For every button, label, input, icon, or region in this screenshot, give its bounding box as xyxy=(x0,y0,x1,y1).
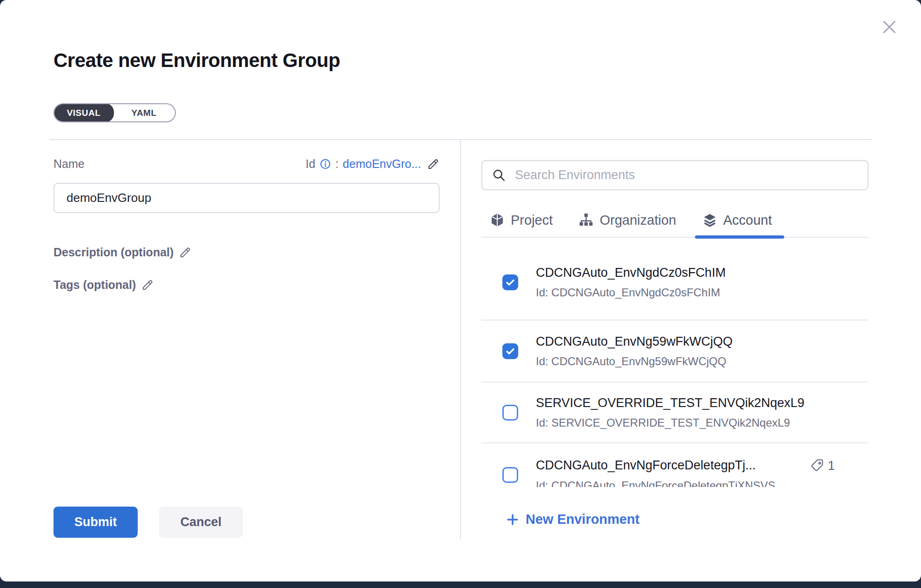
checkbox-unchecked[interactable] xyxy=(502,467,518,483)
environment-id: Id: CDCNGAuto_EnvNgdCz0sFChIM xyxy=(536,286,868,299)
environment-list-item: SERVICE_OVERRIDE_TEST_ENVQik2NqexL9Id: S… xyxy=(481,382,868,443)
close-icon[interactable] xyxy=(880,18,899,36)
environment-name: CDCNGAuto_EnvNg59wFkWCjQQ xyxy=(536,334,733,349)
tag-count-badge: 1 xyxy=(810,458,835,473)
checkbox-unchecked[interactable] xyxy=(502,405,518,421)
search-icon xyxy=(492,168,507,183)
scope-tabs: ProjectOrganizationAccount xyxy=(481,203,868,238)
visual-yaml-toggle: VISUAL YAML xyxy=(53,103,176,122)
tags-label: Tags (optional) xyxy=(53,278,136,292)
id-group: Id : demoEnvGro... xyxy=(306,157,440,171)
environment-id: Id: CDCNGAuto_EnvNg59wFkWCjQQ xyxy=(536,355,868,368)
name-row: Name Id : demoEnvGro... xyxy=(53,157,440,171)
info-icon[interactable] xyxy=(320,158,331,170)
tag-icon xyxy=(810,459,824,473)
environment-list-item: CDCNGAuto_EnvNgForceDeletegpTj...1Id: CD… xyxy=(481,443,868,487)
id-value-link[interactable]: demoEnvGro... xyxy=(343,157,421,171)
tab-label: Account xyxy=(723,213,772,228)
environment-id: Id: SERVICE_OVERRIDE_TEST_ENVQik2NqexL9 xyxy=(536,416,868,429)
name-input[interactable] xyxy=(53,183,440,213)
checkbox-checked[interactable] xyxy=(502,343,518,359)
toggle-yaml[interactable]: YAML xyxy=(113,104,175,121)
description-label: Description (optional) xyxy=(53,246,174,259)
submit-button[interactable]: Submit xyxy=(53,507,138,538)
active-tab-underline xyxy=(695,235,784,239)
id-label: Id xyxy=(306,157,315,171)
plus-icon xyxy=(506,513,520,527)
page-title: Create new Environment Group xyxy=(53,49,340,72)
tag-count: 1 xyxy=(828,458,835,473)
create-environment-group-dialog: Create new Environment Group VISUAL YAML… xyxy=(0,0,921,581)
edit-description-icon[interactable] xyxy=(179,246,192,259)
new-environment-label: New Environment xyxy=(526,512,640,527)
layers-icon xyxy=(702,213,717,227)
tab-label: Organization xyxy=(600,213,676,228)
name-label: Name xyxy=(53,157,85,171)
edit-id-icon[interactable] xyxy=(427,158,440,170)
cancel-button[interactable]: Cancel xyxy=(159,507,243,538)
environment-list: CDCNGAuto_EnvNgdCz0sFChIMId: CDCNGAuto_E… xyxy=(481,239,868,487)
tab-organization[interactable]: Organization xyxy=(579,203,676,237)
search-environments-input[interactable] xyxy=(507,161,868,189)
new-environment-button[interactable]: New Environment xyxy=(506,512,640,527)
description-row: Description (optional) xyxy=(53,246,192,259)
environment-name: SERVICE_OVERRIDE_TEST_ENVQik2NqexL9 xyxy=(536,396,804,410)
environment-list-item: CDCNGAuto_EnvNgdCz0sFChIMId: CDCNGAuto_E… xyxy=(481,239,868,321)
tab-account[interactable]: Account xyxy=(702,203,772,237)
cube-icon xyxy=(490,213,505,227)
toggle-visual[interactable]: VISUAL xyxy=(53,103,114,122)
header-divider xyxy=(49,139,873,140)
tab-label: Project xyxy=(511,213,553,228)
search-box xyxy=(481,160,868,190)
environment-id: Id: CDCNGAuto_EnvNgForceDeletegpTjXNSVS xyxy=(536,479,868,488)
sitemap-icon xyxy=(579,213,594,227)
tags-row: Tags (optional) xyxy=(53,278,154,292)
environment-list-item: CDCNGAuto_EnvNg59wFkWCjQQId: CDCNGAuto_E… xyxy=(481,321,868,382)
panel-divider xyxy=(460,140,461,540)
checkbox-checked[interactable] xyxy=(502,274,518,290)
edit-tags-icon[interactable] xyxy=(141,279,154,291)
id-separator: : xyxy=(335,157,339,171)
environment-name: CDCNGAuto_EnvNgdCz0sFChIM xyxy=(536,266,726,280)
environment-name: CDCNGAuto_EnvNgForceDeletegpTj... xyxy=(536,458,756,473)
tab-project[interactable]: Project xyxy=(490,203,553,237)
